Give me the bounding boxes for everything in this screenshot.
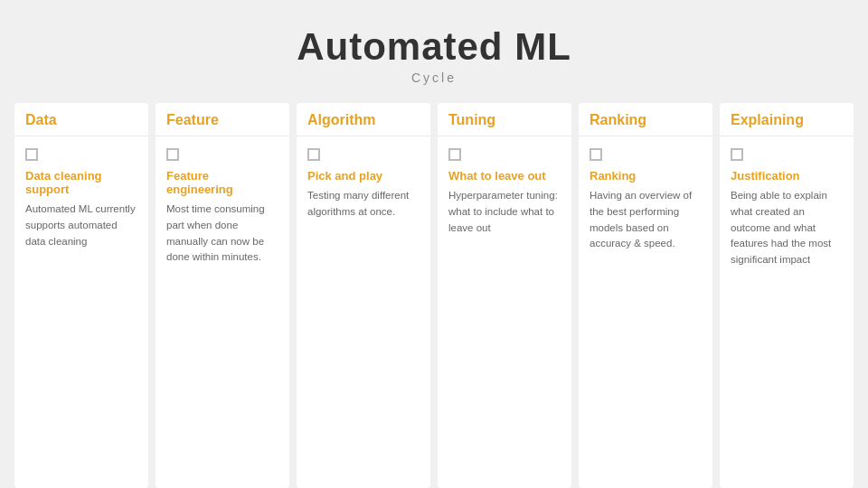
checkbox-row-feature <box>166 145 278 162</box>
card-text-explaining: Being able to explain what created an ou… <box>731 188 843 268</box>
card-title-tuning: What to leave out <box>448 169 561 183</box>
card-text-ranking: Having an overview of the best performin… <box>590 188 702 252</box>
page-header: Automated ML Cycle <box>0 0 868 92</box>
column-explaining: Explaining Justification Being able to e… <box>720 103 854 488</box>
card-title-algorithm: Pick and play <box>307 169 420 183</box>
columns-container: Data Data cleaning support Automated ML … <box>0 92 868 488</box>
page-subtitle: Cycle <box>0 70 868 85</box>
column-feature: Feature Feature engineering Most time co… <box>156 103 289 488</box>
col-header-data: Data <box>14 103 148 136</box>
card-title-data: Data cleaning support <box>25 169 137 196</box>
checkbox-ranking[interactable] <box>590 148 602 161</box>
column-algorithm: Algorithm Pick and play Testing many dif… <box>297 103 430 488</box>
col-body-feature: Feature engineering Most time consuming … <box>156 136 289 488</box>
page-title: Automated ML <box>0 25 868 69</box>
col-header-tuning: Tuning <box>438 103 571 136</box>
col-body-explaining: Justification Being able to explain what… <box>720 136 854 488</box>
checkbox-tuning[interactable] <box>448 148 461 161</box>
card-title-explaining: Justification <box>731 169 843 183</box>
card-text-algorithm: Testing many different algorithms at onc… <box>307 188 420 221</box>
card-text-data: Automated ML currently supports automate… <box>25 202 137 249</box>
checkbox-feature[interactable] <box>166 148 179 161</box>
col-body-tuning: What to leave out Hyperparameter tuning:… <box>438 136 571 488</box>
card-text-feature: Most time consuming part when done manua… <box>166 202 278 266</box>
card-title-feature: Feature engineering <box>166 169 278 196</box>
checkbox-row-ranking <box>590 145 702 162</box>
checkbox-row-explaining <box>731 145 843 162</box>
checkbox-row-data <box>25 145 137 162</box>
checkbox-explaining[interactable] <box>731 148 743 161</box>
checkbox-row-tuning <box>448 145 561 162</box>
column-ranking: Ranking Ranking Having an overview of th… <box>579 103 712 488</box>
col-header-feature: Feature <box>156 103 289 136</box>
col-header-ranking: Ranking <box>579 103 712 136</box>
checkbox-row-algorithm <box>307 145 420 162</box>
col-body-data: Data cleaning support Automated ML curre… <box>14 136 148 488</box>
checkbox-algorithm[interactable] <box>307 148 320 161</box>
card-text-tuning: Hyperparameter tuning: what to include w… <box>448 188 561 236</box>
col-header-algorithm: Algorithm <box>297 103 430 136</box>
column-data: Data Data cleaning support Automated ML … <box>14 103 148 488</box>
col-body-ranking: Ranking Having an overview of the best p… <box>579 136 712 488</box>
column-tuning: Tuning What to leave out Hyperparameter … <box>438 103 571 488</box>
col-body-algorithm: Pick and play Testing many different alg… <box>297 136 430 488</box>
col-header-explaining: Explaining <box>720 103 854 136</box>
card-title-ranking: Ranking <box>590 169 702 183</box>
checkbox-data[interactable] <box>25 148 38 161</box>
